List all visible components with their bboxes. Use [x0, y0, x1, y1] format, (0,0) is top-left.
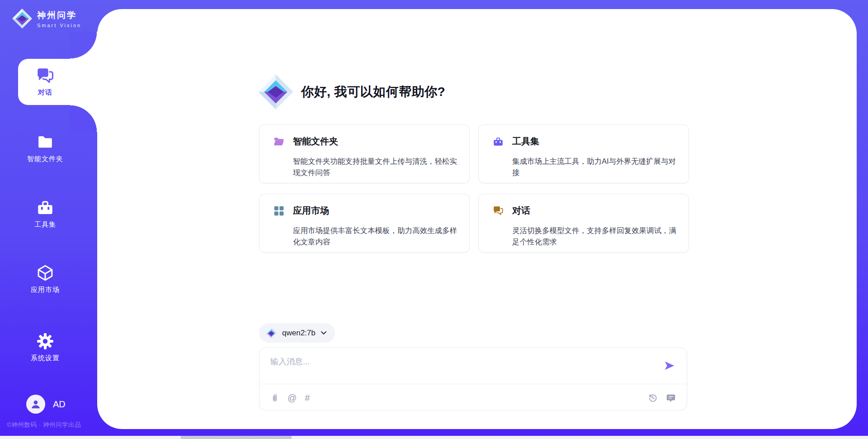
- brand-subtitle: Smart Vision: [37, 23, 81, 28]
- at-icon: @: [288, 393, 297, 403]
- card-desc: 应用市场提供丰富长文本模板，助力高效生成多样化文章内容: [293, 225, 458, 252]
- card-chat[interactable]: 对话 灵活切换多模型文件，支持多样回复效果调试，满足个性化需求: [478, 194, 689, 253]
- sidebar-item-label: 工具集: [16, 220, 74, 229]
- greeting-gem-icon: [258, 74, 294, 110]
- card-desc: 集成市场上主流工具，助力AI与外界无缝扩展与对接: [512, 156, 677, 183]
- scrollbar-thumb[interactable]: [181, 436, 292, 439]
- card-title: 应用市场: [293, 205, 458, 221]
- chat-bubble-icon: [666, 393, 676, 403]
- chevron-down-icon: [321, 331, 327, 335]
- send-icon: [664, 360, 675, 372]
- greeting: 你好, 我可以如何帮助你?: [258, 74, 445, 110]
- history-icon: [648, 393, 658, 403]
- sidebar-item-label: 应用市场: [16, 286, 74, 294]
- active-tab-fillet-top: [70, 32, 97, 59]
- greeting-text: 你好, 我可以如何帮助你?: [301, 83, 445, 100]
- send-button[interactable]: [663, 360, 676, 372]
- user-profile[interactable]: AD: [26, 395, 66, 414]
- sidebar-item-smart-folder[interactable]: 智能文件夹: [16, 133, 74, 163]
- horizontal-scrollbar[interactable]: [0, 436, 868, 439]
- composer-toolbar: @ #: [270, 391, 676, 405]
- card-desc: 灵活切换多模型文件，支持多样回复效果调试，满足个性化需求: [512, 225, 677, 252]
- mention-button[interactable]: @: [288, 393, 297, 403]
- app-root: 神州问学 Smart Vision 对话 智能文件夹: [0, 0, 868, 439]
- avatar: [26, 395, 45, 414]
- gear-icon: [36, 332, 55, 351]
- card-title: 工具集: [512, 135, 677, 152]
- paperclip-icon: [270, 393, 279, 403]
- card-app-market[interactable]: 应用市场 应用市场提供丰富长文本模板，助力高效生成多样化文章内容: [259, 194, 470, 253]
- model-name: qwen2:7b: [282, 329, 316, 338]
- topic-button[interactable]: #: [305, 393, 310, 403]
- cube-icon: [36, 263, 55, 282]
- sidebar-item-label: 系统设置: [16, 354, 74, 363]
- message-composer[interactable]: @ #: [259, 348, 687, 410]
- hash-icon: #: [305, 393, 310, 403]
- toolbox-icon: [492, 136, 504, 148]
- grid-icon: [273, 205, 285, 217]
- folder-icon: [273, 136, 285, 148]
- feedback-button[interactable]: [666, 393, 676, 403]
- toolbox-icon: [36, 198, 55, 217]
- model-gem-icon: [265, 327, 277, 339]
- sidebar-item-label: 对话: [38, 88, 52, 97]
- chat-icon: [492, 205, 504, 217]
- folder-icon: [36, 133, 55, 152]
- sidebar-item-toolbox[interactable]: 工具集: [16, 198, 74, 229]
- attach-file-button[interactable]: [270, 393, 279, 403]
- card-smart-folder[interactable]: 智能文件夹 智能文件夹功能支持批量文件上传与清洗，轻松实现文件问答: [259, 124, 470, 183]
- composer-divider: [260, 384, 686, 384]
- message-input[interactable]: [270, 356, 641, 380]
- card-title: 智能文件夹: [293, 135, 458, 152]
- composer-left-tools: @ #: [270, 393, 310, 403]
- card-toolbox[interactable]: 工具集 集成市场上主流工具，助力AI与外界无缝扩展与对接: [478, 124, 689, 183]
- user-name: AD: [53, 399, 66, 410]
- copyright-footer: ©神州数码 · 神州问学出品: [7, 421, 81, 429]
- sidebar-item-label: 智能文件夹: [16, 155, 74, 163]
- person-icon: [30, 398, 42, 410]
- sidebar-item-settings[interactable]: 系统设置: [16, 332, 74, 363]
- sidebar-item-chat[interactable]: 对话: [18, 59, 97, 105]
- history-button[interactable]: [648, 393, 658, 403]
- chat-icon: [35, 66, 55, 86]
- composer-right-tools: [648, 393, 676, 403]
- brand-gem-icon: [12, 8, 33, 29]
- card-desc: 智能文件夹功能支持批量文件上传与清洗，轻松实现文件问答: [293, 156, 458, 183]
- brand-logo: 神州问学 Smart Vision: [12, 8, 81, 29]
- brand-name: 神州问学: [37, 10, 81, 21]
- model-selector[interactable]: qwen2:7b: [259, 323, 335, 343]
- sidebar-item-app-market[interactable]: 应用市场: [16, 263, 74, 294]
- card-title: 对话: [512, 205, 677, 221]
- active-tab-fillet-bottom: [70, 105, 97, 132]
